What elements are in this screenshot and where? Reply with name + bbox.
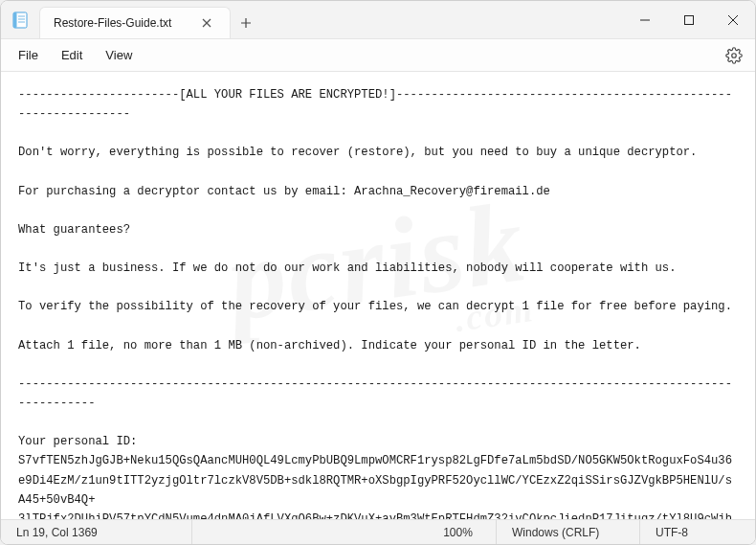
title-bar: Restore-Files-Guide.txt — [1, 1, 755, 39]
notepad-window: Restore-Files-Guide.txt File Edit View — [0, 0, 756, 545]
settings-button[interactable] — [719, 41, 749, 70]
status-bar: Ln 19, Col 1369 100% Windows (CRLF) UTF-… — [1, 519, 755, 544]
menu-view[interactable]: View — [94, 43, 144, 67]
minimize-button[interactable] — [623, 1, 667, 39]
titlebar-drag-area[interactable] — [261, 1, 623, 38]
close-tab-icon[interactable] — [200, 16, 213, 30]
status-cursor[interactable]: Ln 19, Col 1369 — [1, 520, 192, 544]
tab-title: Restore-Files-Guide.txt — [54, 16, 171, 30]
menu-bar: File Edit View — [1, 39, 755, 72]
svg-rect-1 — [13, 12, 17, 28]
svg-rect-10 — [685, 16, 694, 25]
app-icon — [1, 1, 39, 38]
svg-point-13 — [732, 53, 737, 57]
text-editor-content[interactable]: -----------------------[ALL YOUR FILES A… — [1, 72, 755, 519]
new-tab-button[interactable] — [231, 7, 261, 38]
maximize-button[interactable] — [667, 1, 711, 39]
status-line-ending[interactable]: Windows (CRLF) — [497, 520, 640, 544]
menu-edit[interactable]: Edit — [50, 43, 94, 67]
menu-file[interactable]: File — [7, 43, 50, 67]
window-controls — [623, 1, 755, 38]
tab-active[interactable]: Restore-Files-Guide.txt — [39, 7, 231, 38]
close-window-button[interactable] — [711, 1, 755, 39]
status-encoding[interactable]: UTF-8 — [640, 520, 755, 544]
status-zoom[interactable]: 100% — [420, 520, 497, 544]
